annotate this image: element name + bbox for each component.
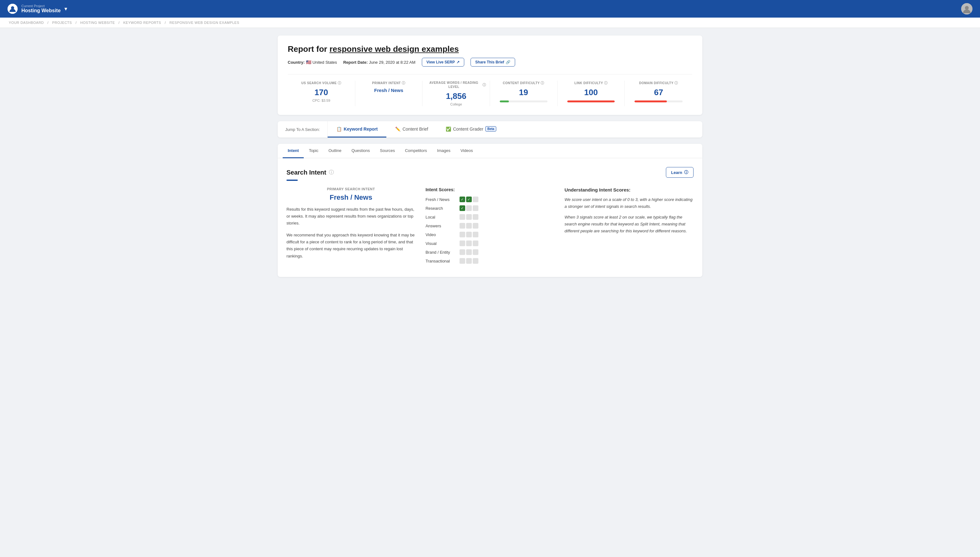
inner-tab-images[interactable]: Images — [432, 144, 455, 158]
stat-link-difficulty: LINK DIFFICULTY ⓘ 100 — [558, 81, 625, 106]
content-area: Search Intent ⓘ Learn ⓘ PRIMARY SEARCH I… — [278, 158, 702, 277]
breadcrumb-item-keyword[interactable]: RESPONSIVE WEB DESIGN EXAMPLES — [170, 21, 239, 24]
content-difficulty-bar — [500, 101, 548, 103]
report-card: Report for responsive web design example… — [278, 36, 702, 115]
score-box-empty — [466, 223, 472, 229]
report-title: Report for responsive web design example… — [288, 44, 692, 54]
jump-to-section-label: Jump To A Section: — [278, 121, 328, 137]
section-navigation: Jump To A Section: 📋 Keyword Report ✏️ C… — [278, 121, 702, 137]
score-box-empty — [473, 205, 478, 211]
score-row-research: Research ✓ — [426, 205, 555, 211]
tab-keyword-report[interactable]: 📋 Keyword Report — [328, 121, 386, 137]
score-box-empty — [473, 214, 478, 220]
score-box-empty — [460, 223, 465, 229]
inner-tab-intent[interactable]: Intent — [283, 144, 304, 158]
score-box-empty — [466, 205, 472, 211]
stats-row: US SEARCH VOLUME ⓘ 170 CPC: $3.59 PRIMAR… — [288, 74, 692, 106]
score-box-empty — [460, 214, 465, 220]
content-difficulty-info-icon[interactable]: ⓘ — [541, 81, 545, 85]
top-navigation: Current Project Hosting Website ▾ — [0, 0, 980, 18]
content-grader-icon: ✅ — [446, 127, 451, 132]
learn-info-icon: ⓘ — [684, 169, 688, 175]
avg-words-info-icon[interactable]: ⓘ — [483, 83, 486, 87]
intent-scores-column: Intent Scores: Fresh / News ✓ ✓ Research — [426, 187, 555, 267]
tab-content-grader[interactable]: ✅ Content Grader Beta — [437, 121, 505, 137]
keyword-report-icon: 📋 — [336, 127, 342, 132]
inner-tab-sources[interactable]: Sources — [375, 144, 400, 158]
nav-logo — [8, 4, 18, 14]
score-box-empty — [466, 241, 472, 246]
score-box-empty — [466, 214, 472, 220]
score-row-video: Video — [426, 232, 555, 237]
report-country: Country: 🇺🇸 United States — [288, 60, 337, 65]
search-intent-info-icon[interactable]: ⓘ — [329, 169, 334, 176]
score-box-checked: ✓ — [466, 197, 472, 202]
score-box-empty — [466, 232, 472, 237]
nav-left: Current Project Hosting Website ▾ — [8, 4, 67, 14]
score-box-empty — [460, 241, 465, 246]
learn-button[interactable]: Learn ⓘ — [666, 167, 693, 178]
stat-content-difficulty: CONTENT DIFFICULTY ⓘ 19 — [490, 81, 558, 106]
report-meta: Country: 🇺🇸 United States Report Date: J… — [288, 58, 692, 67]
score-box-checked: ✓ — [460, 205, 465, 211]
primary-intent-info-icon[interactable]: ⓘ — [402, 81, 406, 85]
us-search-volume-info-icon[interactable]: ⓘ — [338, 81, 341, 85]
score-box-empty — [473, 197, 478, 202]
domain-difficulty-bar — [634, 101, 683, 103]
primary-search-value: Fresh / News — [287, 194, 416, 202]
intent-description-2: We recommend that you approach this keyw… — [287, 232, 416, 259]
view-live-serp-button[interactable]: View Live SERP ↗ — [422, 58, 465, 67]
score-box-empty — [466, 258, 472, 264]
link-difficulty-bar — [567, 101, 615, 103]
score-row-fresh-news: Fresh / News ✓ ✓ — [426, 197, 555, 202]
country-flag: 🇺🇸 — [306, 60, 313, 65]
inner-tab-competitors[interactable]: Competitors — [400, 144, 432, 158]
breadcrumb-item-dashboard[interactable]: YOUR DASHBOARD — [9, 21, 44, 24]
link-icon: 🔗 — [506, 60, 510, 64]
stat-avg-words: AVERAGE WORDS / READING LEVEL ⓘ 1,856 Co… — [422, 81, 490, 106]
inner-tab-questions[interactable]: Questions — [346, 144, 375, 158]
intent-description-1: Results for this keyword suggest results… — [287, 206, 416, 227]
stat-primary-intent: PRIMARY INTENT ⓘ Fresh / News — [355, 81, 423, 106]
inner-tabs: Intent Topic Outline Questions Sources C… — [278, 144, 702, 158]
score-row-local: Local — [426, 214, 555, 220]
breadcrumb-item-projects[interactable]: PROJECTS — [52, 21, 72, 24]
link-difficulty-info-icon[interactable]: ⓘ — [604, 81, 608, 85]
inner-tab-videos[interactable]: Videos — [455, 144, 478, 158]
tab-content-brief[interactable]: ✏️ Content Brief — [386, 121, 437, 137]
score-box-checked: ✓ — [460, 197, 465, 202]
score-box-empty — [473, 241, 478, 246]
main-content: Report for responsive web design example… — [270, 28, 710, 285]
inner-tab-outline[interactable]: Outline — [323, 144, 346, 158]
external-link-icon: ↗ — [457, 60, 460, 64]
score-row-answers: Answers — [426, 223, 555, 229]
project-name: Hosting Website — [21, 8, 60, 13]
score-row-brand-entity: Brand / Entity — [426, 249, 555, 255]
search-intent-heading: Search Intent ⓘ Learn ⓘ — [287, 167, 693, 178]
breadcrumb-item-hosting[interactable]: HOSTING WEBSITE — [80, 21, 115, 24]
keyword-report-section: Intent Topic Outline Questions Sources C… — [278, 144, 702, 277]
project-info: Current Project Hosting Website — [21, 4, 60, 13]
project-dropdown[interactable]: ▾ — [64, 5, 67, 12]
score-box-empty — [466, 249, 472, 255]
breadcrumb-item-keyword-reports[interactable]: KEYWORD REPORTS — [123, 21, 161, 24]
understanding-title: Understanding Intent Scores: — [564, 187, 693, 192]
understanding-text: We score user intent on a scale of 0 to … — [564, 196, 693, 235]
primary-search-label: PRIMARY SEARCH INTENT — [287, 187, 416, 191]
score-box-empty — [473, 258, 478, 264]
stat-domain-difficulty: DOMAIN DIFFICULTY ⓘ 67 — [625, 81, 692, 106]
beta-badge: Beta — [485, 126, 497, 132]
user-avatar[interactable] — [961, 3, 972, 15]
project-label: Current Project — [21, 4, 60, 8]
content-brief-icon: ✏️ — [395, 127, 401, 132]
score-box-empty — [460, 232, 465, 237]
breadcrumb: YOUR DASHBOARD / PROJECTS / HOSTING WEBS… — [0, 18, 980, 28]
report-date: Report Date: June 29, 2020 at 8:22 AM — [343, 60, 416, 65]
intent-grid: PRIMARY SEARCH INTENT Fresh / News Resul… — [287, 187, 693, 267]
share-brief-button[interactable]: Share This Brief 🔗 — [471, 58, 515, 67]
intent-scores-title: Intent Scores: — [426, 187, 555, 192]
domain-difficulty-info-icon[interactable]: ⓘ — [674, 81, 678, 85]
inner-tab-topic[interactable]: Topic — [304, 144, 323, 158]
section-underline — [287, 179, 298, 181]
score-row-transactional: Transactional — [426, 258, 555, 264]
